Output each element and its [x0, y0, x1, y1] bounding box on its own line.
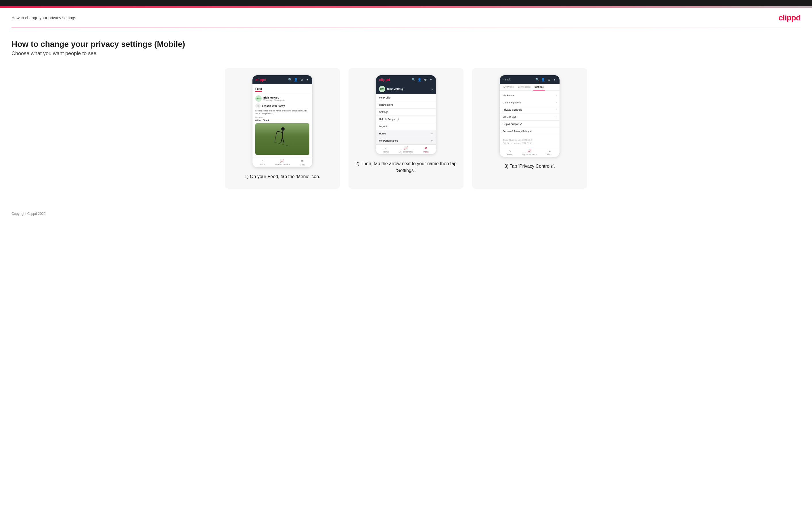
person-icon-2: 👤 [417, 78, 421, 82]
tab-settings[interactable]: Settings [533, 84, 545, 91]
svg-line-1 [283, 131, 283, 137]
header-title: How to change your privacy settings [11, 15, 76, 20]
nav-item-performance: 📈 My Performance [272, 159, 292, 165]
lesson-icon-row: ◎ Lesson with Fordy [255, 103, 309, 109]
performance-label: My Performance [275, 163, 290, 165]
menu-user-row: BM Blair McHarg ∧ [376, 84, 436, 94]
menu-icon-3: ≡ [549, 149, 551, 153]
tab-connections[interactable]: Connections [516, 84, 532, 91]
avatar: BM [255, 95, 262, 102]
menu-username: Blair McHarg [387, 88, 403, 91]
svg-line-4 [281, 137, 283, 143]
settings-item-help[interactable]: Help & Support ↗ [500, 121, 560, 128]
golf-bag-label: My Golf Bag [503, 115, 516, 118]
golf-image [255, 123, 309, 155]
settings-icon: ⊕ [300, 78, 304, 82]
menu-label: Menu [300, 164, 305, 166]
nav-item-performance-3: 📈 My Performance [519, 149, 540, 155]
svg-line-6 [275, 135, 276, 142]
menu-section-home-label: Home [379, 132, 386, 135]
help-label: Help & Support ↗ [503, 123, 522, 125]
menu-item-logout[interactable]: Logout [376, 123, 436, 130]
settings-item-privacy-controls[interactable]: Privacy Controls › [500, 106, 560, 113]
user-info: Blair McHarg Yesterday · Sunningdale [263, 96, 285, 101]
phone-mockup-1: clippd 🔍 👤 ⊕ ▾ Feed BM [252, 75, 312, 167]
menu-item-settings[interactable]: Settings [376, 109, 436, 116]
search-icon: 🔍 [288, 78, 292, 82]
settings-item-data-integrations[interactable]: Data Integrations › [500, 99, 560, 106]
nav-item-performance-2: 📈 My Performance [396, 146, 416, 153]
user-sub: Yesterday · Sunningdale [263, 99, 285, 101]
performance-icon: 📈 [280, 159, 285, 163]
settings-item-my-account[interactable]: My Account › [500, 92, 560, 99]
settings-list: My Account › Data Integrations › Privacy… [500, 91, 560, 136]
svg-line-3 [276, 131, 277, 135]
menu-section: Home ∨ My Performance ∨ [376, 130, 436, 145]
dropdown-icon: ▾ [305, 78, 309, 82]
performance-icon-2: 📈 [404, 146, 408, 150]
settings-item-golf-bag[interactable]: My Golf Bag › [500, 113, 560, 121]
step-card-3: < Back 🔍 👤 ⊕ ▾ My Profile Connections Se… [472, 68, 587, 189]
page-header: How to change your privacy settings clip… [0, 8, 812, 27]
chevron-up-icon: ∧ [431, 88, 433, 91]
my-account-label: My Account [503, 94, 515, 97]
settings-version: Clippd Client Version: 2022.8.3-3 GQL Se… [500, 136, 560, 147]
footer: Copyright Clippd 2022 [0, 206, 812, 221]
performance-label-2: My Performance [399, 151, 413, 153]
person-icon-3: 👤 [541, 77, 545, 81]
main-content: How to change your privacy settings (Mob… [0, 28, 812, 206]
tab-my-profile[interactable]: My Profile [502, 84, 515, 91]
menu-section-performance-label: My Performance [379, 139, 398, 142]
nav-item-menu-close[interactable]: ✕ Menu [416, 146, 436, 153]
back-button[interactable]: < Back [503, 78, 511, 81]
lesson-dot: ◎ [255, 103, 260, 109]
version-client: Clippd Client Version: 2022.8.3-3 [503, 138, 557, 142]
svg-line-5 [283, 137, 284, 143]
privacy-policy-label: Service & Privacy Policy ↗ [503, 130, 532, 133]
duration-value: 01 hr : 30 min [255, 119, 309, 121]
menu-item-my-profile[interactable]: My Profile [376, 94, 436, 101]
phone-bottom-nav-2: ⌂ Home 📈 My Performance ✕ Menu [376, 145, 436, 154]
chevron-right-privacy: › [556, 108, 557, 111]
chevron-down-performance: ∨ [431, 139, 433, 142]
close-icon: ✕ [424, 146, 427, 150]
step-card-1: clippd 🔍 👤 ⊕ ▾ Feed BM [225, 68, 340, 189]
step-3-caption: 3) Tap 'Privacy Controls'. [504, 163, 555, 170]
menu-label-3: Menu [547, 153, 552, 155]
performance-label-3: My Performance [522, 153, 537, 155]
svg-line-7 [274, 142, 290, 146]
nav-item-menu[interactable]: ≡ Menu [293, 159, 312, 166]
clippd-logo: clippd [779, 13, 801, 22]
nav-item-home: ⌂ Home [252, 159, 272, 165]
menu-item-help[interactable]: Help & Support ↗ [376, 116, 436, 123]
svg-point-0 [281, 127, 285, 131]
version-server: GQL Server Version: 2022.7.30-1 [503, 142, 557, 145]
phone-mockup-3: < Back 🔍 👤 ⊕ ▾ My Profile Connections Se… [500, 75, 560, 157]
chevron-right-data: › [556, 101, 557, 104]
settings-item-privacy-policy[interactable]: Service & Privacy Policy ↗ [500, 128, 560, 135]
phone-bottom-nav-1: ⌂ Home 📈 My Performance ≡ Menu [252, 157, 312, 167]
phone-header-2: clippd 🔍 👤 ⊕ ▾ [376, 75, 436, 84]
menu-user-left: BM Blair McHarg [379, 86, 403, 92]
chevron-down-home: ∨ [431, 132, 433, 135]
dropdown-icon-3: ▾ [553, 77, 557, 81]
phone-logo-1: clippd [255, 77, 266, 82]
feed-tab-bar: Feed [252, 84, 312, 93]
home-label: Home [260, 163, 265, 165]
page-heading: How to change your privacy settings (Mob… [11, 40, 801, 49]
menu-section-performance: My Performance ∨ [376, 137, 436, 145]
lesson-desc: Looking to feel like my hands are exitin… [255, 109, 309, 115]
menu-avatar: BM [379, 86, 385, 92]
home-icon: ⌂ [261, 159, 263, 163]
settings-icon-3: ⊕ [547, 77, 551, 81]
home-label-3: Home [507, 153, 512, 155]
menu-section-home: Home ∨ [376, 130, 436, 137]
top-bar [0, 0, 812, 8]
menu-item-connections[interactable]: Connections [376, 101, 436, 109]
steps-row: clippd 🔍 👤 ⊕ ▾ Feed BM [11, 68, 801, 189]
chevron-right-golf: › [556, 115, 557, 118]
duration-label: Duration [255, 116, 309, 118]
nav-item-menu-3[interactable]: ≡ Menu [540, 149, 560, 155]
feed-tab-label: Feed [255, 87, 262, 92]
copyright-text: Copyright Clippd 2022 [11, 212, 46, 216]
